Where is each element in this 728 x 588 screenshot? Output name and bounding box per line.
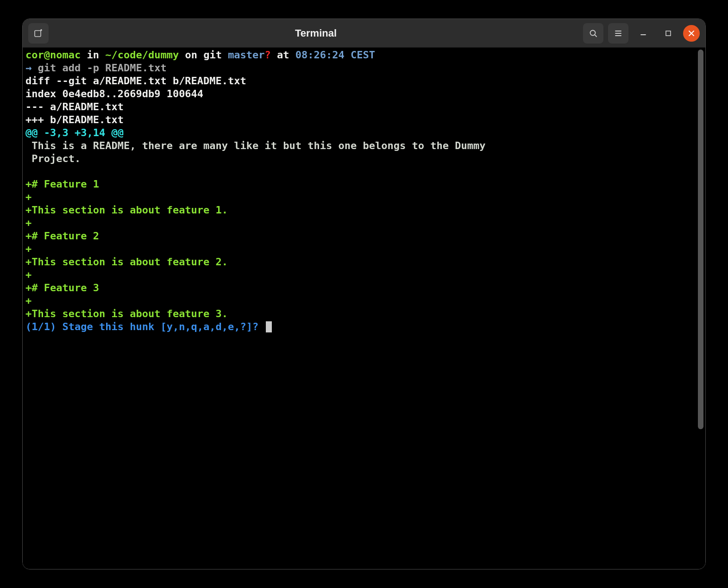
cursor	[266, 321, 272, 332]
prompt-arrow: →	[25, 62, 38, 74]
minimize-button[interactable]	[633, 23, 653, 44]
new-tab-icon	[34, 29, 43, 38]
diff-hunk-header: @@ -3,3 +3,14 @@	[25, 127, 124, 138]
diff-context-line: This is a README, there are many like it…	[25, 140, 485, 151]
diff-add-line: +This section is about feature 1.	[25, 204, 228, 216]
minimize-icon	[639, 29, 647, 38]
prompt-branch: master	[228, 49, 264, 61]
diff-context-line: Project.	[25, 153, 81, 164]
titlebar: Terminal	[23, 19, 705, 48]
new-tab-button[interactable]	[28, 23, 49, 44]
hamburger-icon	[614, 29, 623, 38]
close-icon	[688, 30, 695, 37]
diff-add-line: +# Feature 1	[25, 178, 99, 190]
scrollbar[interactable]	[698, 50, 703, 429]
prompt-path: ~/code/dummy	[105, 49, 179, 61]
prompt-time: 08:26:24 CEST	[295, 49, 375, 61]
menu-button[interactable]	[608, 23, 628, 44]
search-icon	[589, 29, 598, 38]
search-button[interactable]	[583, 23, 603, 44]
diff-add-line: +This section is about feature 2.	[25, 256, 228, 268]
diff-header-4: +++ b/README.txt	[25, 114, 124, 125]
svg-rect-0	[35, 31, 41, 37]
prompt-on: on git	[179, 49, 228, 61]
diff-add-line: +	[25, 191, 31, 203]
diff-header-1: diff --git a/README.txt b/README.txt	[25, 75, 246, 87]
prompt-in: in	[81, 49, 105, 61]
diff-context-line	[25, 165, 31, 177]
close-button[interactable]	[683, 25, 700, 42]
diff-add-line: +This section is about feature 3.	[25, 308, 228, 319]
terminal-output: cor@nomac in ~/code/dummy on git master?…	[23, 48, 705, 334]
svg-rect-9	[666, 31, 671, 36]
diff-header-2: index 0e4edb8..2669db9 100644	[25, 88, 203, 100]
prompt-at: at	[271, 49, 295, 61]
diff-header-3: --- a/README.txt	[25, 101, 124, 113]
terminal-body[interactable]: cor@nomac in ~/code/dummy on git master?…	[23, 48, 705, 569]
command-text: git add -p README.txt	[38, 62, 167, 74]
diff-add-line: +	[25, 243, 31, 255]
terminal-window: Terminal	[22, 19, 706, 569]
stage-hunk-prompt: (1/1) Stage this hunk [y,n,q,a,d,e,?]?	[25, 321, 265, 332]
maximize-button[interactable]	[658, 23, 678, 44]
diff-add-line: +	[25, 295, 31, 307]
window-title: Terminal	[53, 27, 578, 39]
diff-add-line: +# Feature 3	[25, 282, 99, 294]
prompt-user-host: cor@nomac	[25, 49, 81, 61]
maximize-icon	[664, 29, 672, 38]
diff-add-line: +# Feature 2	[25, 230, 99, 242]
prompt-dirty: ?	[265, 49, 271, 61]
diff-add-line: +	[25, 217, 31, 229]
titlebar-right	[583, 23, 700, 44]
diff-add-line: +	[25, 269, 31, 281]
svg-line-4	[595, 35, 596, 37]
